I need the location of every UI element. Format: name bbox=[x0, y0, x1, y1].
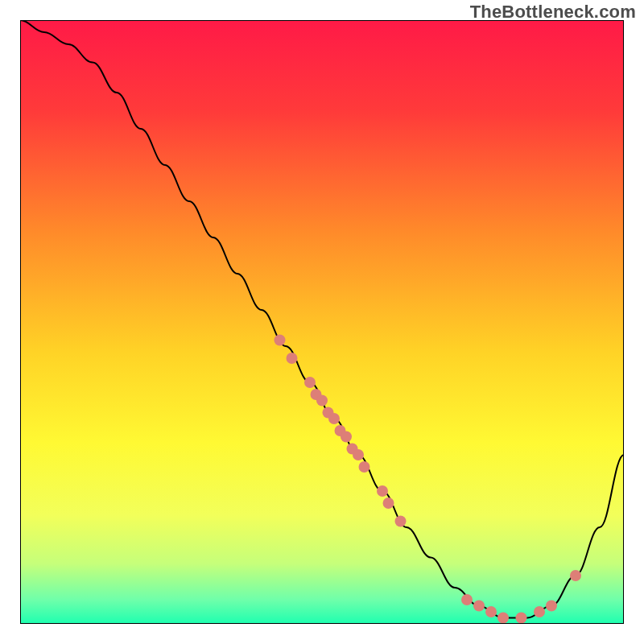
data-point bbox=[353, 449, 364, 460]
data-point bbox=[328, 413, 340, 424]
data-point bbox=[341, 431, 352, 443]
watermark-text: TheBottleneck.com bbox=[470, 2, 636, 23]
data-point bbox=[377, 485, 388, 497]
data-point bbox=[359, 461, 370, 473]
data-point bbox=[497, 613, 509, 624]
data-point bbox=[473, 601, 485, 612]
data-point bbox=[516, 613, 527, 624]
data-point bbox=[316, 395, 328, 407]
data-point bbox=[275, 335, 286, 346]
data-point bbox=[570, 570, 581, 581]
data-point bbox=[395, 516, 407, 527]
data-point bbox=[461, 594, 473, 605]
data-point bbox=[383, 497, 394, 509]
data-point bbox=[287, 353, 298, 364]
data-point bbox=[485, 606, 497, 617]
gradient-background bbox=[20, 20, 624, 624]
data-point bbox=[304, 377, 316, 388]
chart-svg bbox=[20, 20, 624, 624]
chart-container: TheBottleneck.com bbox=[0, 0, 644, 644]
data-point bbox=[546, 601, 557, 612]
data-point bbox=[534, 606, 545, 617]
plot-area bbox=[20, 20, 624, 624]
